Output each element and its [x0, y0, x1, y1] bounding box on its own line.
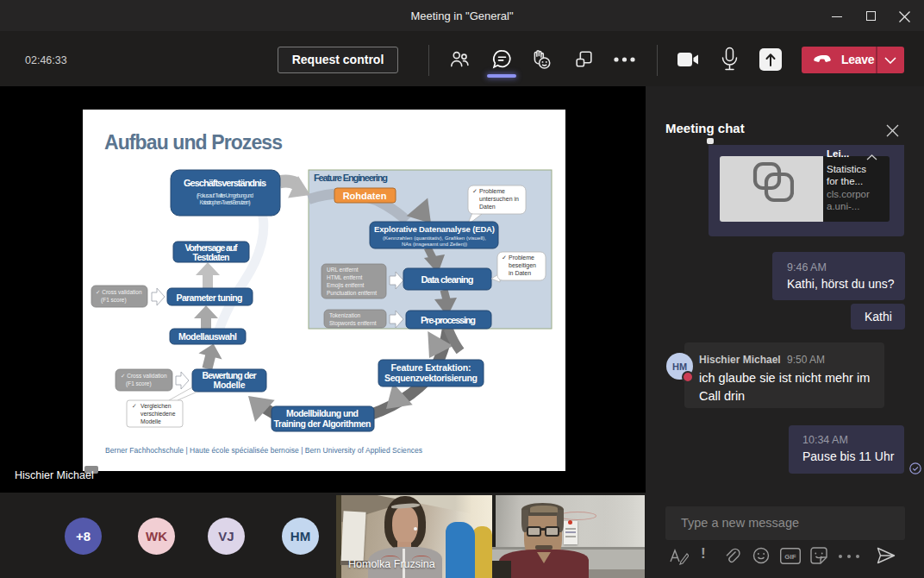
svg-text:(F1 score): (F1 score) — [126, 380, 152, 387]
svg-text:Feature Engineering: Feature Engineering — [314, 173, 388, 183]
svg-text:verschiedene: verschiedene — [140, 411, 176, 417]
svg-text:NAs (insgesamt und Zeilen)): NAs (insgesamt und Zeilen)) — [402, 242, 467, 247]
svg-text:Aufbau und Prozess: Aufbau und Prozess — [104, 131, 283, 154]
svg-text:Modellbildung und: Modellbildung und — [286, 408, 359, 418]
svg-text:Data cleaning: Data cleaning — [421, 274, 474, 285]
svg-text:Daten: Daten — [479, 204, 496, 210]
svg-text:beseitigen: beseitigen — [509, 262, 536, 269]
svg-text:Explorative Datenanalyse (EDA): Explorative Datenanalyse (EDA) — [374, 224, 495, 234]
svg-text:Emojis entfernt: Emojis entfernt — [327, 282, 365, 289]
svg-text:✓: ✓ — [502, 254, 507, 261]
svg-text:in Daten: in Daten — [509, 270, 531, 276]
svg-text:Training der Algorithmen: Training der Algorithmen — [274, 418, 371, 429]
svg-text:Sequenzvektorisierung: Sequenzvektorisierung — [384, 373, 478, 383]
svg-text:URL entfernt: URL entfernt — [327, 267, 359, 273]
svg-text:✓: ✓ — [472, 188, 478, 194]
svg-text:Probleme: Probleme — [479, 188, 505, 194]
svg-text:Parameter tuning: Parameter tuning — [177, 292, 243, 303]
svg-text:Punctuation entfernt: Punctuation entfernt — [327, 290, 377, 296]
svg-text:(F1 score): (F1 score) — [101, 297, 127, 304]
svg-text:Probleme: Probleme — [509, 254, 534, 261]
svg-text:Feature Extraktion:: Feature Extraktion: — [391, 362, 471, 373]
svg-text:✓: ✓ — [132, 403, 137, 409]
svg-text:Rohdaten: Rohdaten — [343, 191, 387, 201]
svg-text:HTML entfernt: HTML entfernt — [327, 274, 362, 280]
svg-text:Testdaten: Testdaten — [193, 252, 230, 262]
svg-text:untersuchen in: untersuchen in — [479, 196, 519, 202]
svg-text:(Kennzahlen (quantitativ), Gra: (Kennzahlen (quantitativ), Grafiken (vis… — [383, 236, 486, 241]
svg-text:✓ Cross validation: ✓ Cross validation — [121, 373, 167, 379]
svg-text:Vergleichen: Vergleichen — [140, 403, 172, 410]
svg-text:Modelle: Modelle — [214, 380, 246, 390]
svg-text:Berner Fachhochschule | Haute: Berner Fachhochschule | Haute école spéc… — [105, 446, 422, 455]
svg-text:Geschäftsverständnis: Geschäftsverständnis — [184, 178, 266, 188]
svg-text:Stopwords entfernt: Stopwords entfernt — [329, 320, 377, 327]
svg-text:(Fokus auf: Twitter-Umgebung u: (Fokus auf: Twitter-Umgebung und — [197, 192, 253, 199]
svg-text:Modelle: Modelle — [140, 418, 161, 424]
svg-text:GIF: GIF — [784, 553, 796, 561]
svg-text:✓ Cross validation: ✓ Cross validation — [96, 289, 142, 295]
svg-text:Modellauswahl: Modellauswahl — [178, 331, 237, 342]
svg-text:Tokenization: Tokenization — [329, 312, 361, 318]
svg-text:Pre-processing: Pre-processing — [421, 315, 476, 325]
svg-text:Katastrophen-Tweet-Benutzern): Katastrophen-Tweet-Benutzern) — [200, 199, 251, 206]
